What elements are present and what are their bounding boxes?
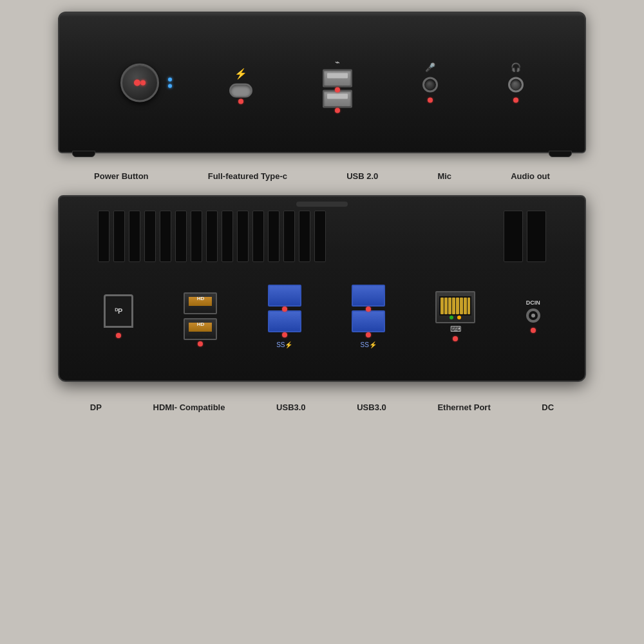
dc-port-wrapper: DCIN: [526, 299, 540, 333]
ss-symbol-left: SS⚡: [276, 341, 292, 348]
ports-row-bottom: ᴰP HD HD: [59, 285, 585, 348]
ethernet-dot: [453, 336, 458, 341]
ethernet-port-wrapper: ⌨: [435, 291, 475, 341]
audio-out-port: [508, 77, 524, 93]
ethernet-leds: [450, 316, 461, 319]
usb2-stack: [323, 70, 352, 108]
foot-right: [549, 151, 572, 157]
mic-label-group: Mic: [437, 171, 451, 182]
top-device: ⚡ ⌁: [58, 12, 586, 153]
usbc-dot: [238, 99, 243, 104]
usb3-right-label: USB3.0: [357, 402, 386, 413]
vent-8: [206, 211, 218, 262]
vent-12: [268, 211, 279, 262]
bottom-foot-left: [79, 379, 102, 382]
thunderbolt-icon: ⚡: [234, 68, 247, 80]
vent-2: [113, 211, 125, 262]
vent-11: [252, 211, 264, 262]
ss-symbol-right: SS⚡: [360, 341, 376, 348]
mic-label: Mic: [437, 171, 451, 182]
vent-13: [283, 211, 295, 262]
dp-port-wrapper: ᴰP: [104, 294, 133, 338]
vent-14: [299, 211, 310, 262]
headphone-icon: 🎧: [511, 62, 521, 72]
ethernet-pins: [439, 296, 471, 316]
usb2-port-wrapper: ⌁: [323, 57, 352, 108]
dp-symbol: ᴰP: [115, 307, 122, 316]
eth-pin-6: [460, 298, 463, 314]
eth-pin-8: [468, 298, 471, 314]
vent-3: [129, 211, 140, 262]
ethernet-port: [435, 291, 475, 323]
hdmi-dot: [198, 341, 203, 346]
dc-label: DC: [542, 402, 554, 413]
vent-5: [160, 211, 171, 262]
dp-label-group: DP: [90, 402, 102, 413]
power-button-label-group: Power Button: [94, 171, 149, 182]
usb3-left-top: [268, 285, 301, 307]
vent-1: [98, 211, 109, 262]
labels-bottom: DP HDMI- Compatible USB3.0 USB3.0 Ethern…: [58, 402, 586, 413]
mic-dot: [428, 98, 433, 103]
top-section: ⚡ ⌁: [58, 12, 586, 182]
usb3-right-wrapper: SS⚡: [352, 285, 385, 348]
dp-port: ᴰP: [104, 294, 133, 328]
usb3-right-bottom-dot: [366, 332, 371, 337]
labels-top: Power Button Full-featured Type-c USB 2.…: [58, 171, 586, 182]
top-handle: [296, 202, 348, 207]
hd-badge-top: HD: [197, 296, 205, 301]
eth-pin-1: [440, 298, 444, 314]
dp-dot: [116, 333, 121, 338]
usb2-label: USB 2.0: [346, 171, 378, 182]
usb3-right-bottom: [352, 310, 385, 332]
eth-pin-7: [464, 298, 467, 314]
ethernet-network-icon: ⌨: [450, 325, 461, 334]
usb3-right-stack: [352, 285, 385, 332]
usb2-port-bottom: [323, 90, 352, 108]
dc-label-group: DC: [542, 402, 554, 413]
usbc-label-group: Full-featured Type-c: [208, 171, 287, 182]
audio-out-label: Audio out: [511, 171, 550, 182]
usb3-right-label-group: USB3.0: [357, 402, 386, 413]
usb3-left-label-group: USB3.0: [276, 402, 306, 413]
usb-icon: ⌁: [335, 57, 340, 67]
vent-7: [191, 211, 202, 262]
eth-pin-3: [448, 298, 451, 314]
hdmi-port-top: HD: [184, 292, 217, 314]
led-bottom: [168, 84, 172, 88]
eth-pin-5: [456, 298, 459, 314]
vent-wide-2: [527, 211, 546, 262]
foot-left: [72, 151, 95, 157]
audio-out-port-wrapper: 🎧: [508, 62, 524, 103]
top-edge: [59, 13, 585, 17]
led-dots: [168, 77, 172, 88]
power-button-label: Power Button: [94, 171, 149, 182]
power-button[interactable]: [120, 63, 159, 102]
vent-area: [59, 196, 585, 267]
usb3-left-stack: [268, 285, 301, 332]
hdmi-label: HDMI- Compatible: [153, 402, 225, 413]
audio-out-label-group: Audio out: [511, 171, 550, 182]
eth-led-1: [450, 316, 453, 319]
usb2-port-top: [323, 70, 352, 88]
hd-badge-bottom: HD: [197, 321, 205, 327]
usb2-bottom-dot: [335, 108, 340, 113]
vent-10: [237, 211, 249, 262]
dcin-label-top: DCIN: [526, 299, 540, 306]
dp-label: DP: [90, 402, 102, 413]
vent-6: [175, 211, 187, 262]
usbc-port-wrapper: ⚡: [229, 68, 252, 98]
vent-15: [314, 211, 326, 262]
hdmi-label-group: HDMI- Compatible: [153, 402, 225, 413]
hdmi-port-wrapper: HD HD: [184, 292, 217, 340]
power-button-dot: [134, 79, 140, 86]
bottom-section: ᴰP HD HD: [58, 195, 586, 413]
bottom-device: ᴰP HD HD: [58, 195, 586, 382]
ports-row-top: ⚡ ⌁: [59, 57, 585, 108]
dc-port: [526, 308, 540, 323]
led-top: [168, 77, 172, 81]
eth-led-2: [457, 316, 461, 319]
bottom-foot-right: [542, 379, 565, 382]
usb3-left-top-dot: [282, 307, 287, 312]
eth-pin-2: [444, 298, 448, 314]
